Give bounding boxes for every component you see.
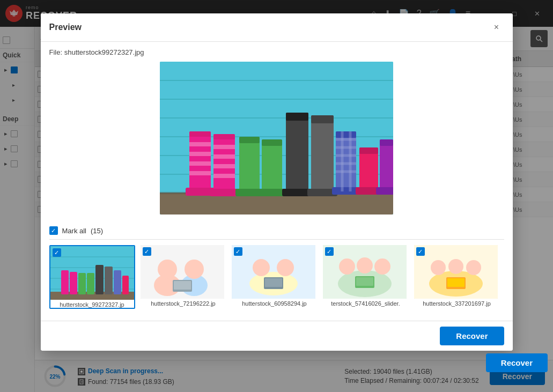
svg-rect-32 xyxy=(213,154,235,159)
thumbnail-item[interactable]: ✓ hutterstock_60958294.jp xyxy=(232,245,318,309)
thumbnail-image: ✓ xyxy=(414,245,498,299)
svg-rect-39 xyxy=(262,139,282,146)
preview-modal: Preview × File: shutterstock99272327.jpg xyxy=(41,13,513,351)
mark-all-count: (15) xyxy=(91,227,103,235)
svg-rect-48 xyxy=(336,131,356,138)
svg-rect-83 xyxy=(174,281,191,290)
svg-rect-24 xyxy=(189,142,211,146)
svg-rect-76 xyxy=(122,276,129,294)
svg-rect-69 xyxy=(61,270,69,294)
svg-rect-38 xyxy=(262,139,282,193)
thumbnail-label: hutterstock_72196222.jp xyxy=(141,300,226,307)
thumbnail-item[interactable]: ✓ hutterstock_72196222.jp xyxy=(141,245,226,309)
svg-rect-27 xyxy=(189,171,211,175)
thumbnail-item[interactable]: ✓ terstock_57416026_slider. xyxy=(323,245,409,309)
svg-rect-26 xyxy=(189,161,211,166)
modal-overlay: Preview × File: shutterstock99272327.jpg xyxy=(0,0,553,392)
thumbnail-label: terstock_57416026_slider. xyxy=(323,300,409,307)
svg-rect-30 xyxy=(210,189,239,196)
svg-rect-45 xyxy=(311,115,334,123)
thumbnail-image: ✓ xyxy=(141,245,224,299)
modal-footer: Recover xyxy=(41,321,513,351)
thumbnail-checkbox[interactable]: ✓ xyxy=(53,248,61,257)
svg-point-93 xyxy=(357,257,373,273)
thumbnail-label: hutterstock_60958294.jp xyxy=(232,300,318,307)
modal-close-button[interactable]: × xyxy=(489,20,504,35)
svg-rect-73 xyxy=(95,265,104,294)
file-label: File: shutterstock99272327.jpg xyxy=(49,48,504,56)
svg-rect-36 xyxy=(239,137,260,143)
mark-all-label: Mark all xyxy=(62,227,87,235)
svg-point-94 xyxy=(374,258,390,275)
svg-rect-72 xyxy=(87,273,94,294)
svg-rect-103 xyxy=(447,278,464,287)
svg-rect-60 xyxy=(380,139,393,191)
thumbnail-item[interactable]: ✓ hutterstock_337201697.jp xyxy=(414,245,500,309)
modal-recover-button[interactable]: Recover xyxy=(440,327,504,345)
recover-bottom-button[interactable]: Recover xyxy=(486,353,548,372)
svg-rect-58 xyxy=(359,147,378,154)
thumbnail-item[interactable]: ✓ xyxy=(49,245,135,309)
svg-rect-22 xyxy=(189,131,211,137)
modal-title: Preview xyxy=(49,23,489,32)
thumbnail-checkbox[interactable]: ✓ xyxy=(416,247,425,256)
thumbnail-checkbox[interactable]: ✓ xyxy=(143,247,151,256)
svg-rect-75 xyxy=(114,270,121,294)
svg-rect-31 xyxy=(213,145,235,149)
thumbnail-checkbox[interactable]: ✓ xyxy=(325,247,334,256)
svg-rect-29 xyxy=(213,134,235,139)
svg-rect-34 xyxy=(213,174,235,178)
svg-rect-74 xyxy=(105,267,113,294)
thumbnails-strip: ✓ xyxy=(49,240,504,314)
svg-point-79 xyxy=(158,260,177,279)
svg-rect-61 xyxy=(380,139,393,146)
svg-rect-96 xyxy=(356,277,373,286)
svg-point-99 xyxy=(431,260,446,275)
svg-rect-44 xyxy=(311,115,334,193)
preview-image xyxy=(160,62,393,215)
svg-rect-62 xyxy=(376,187,393,195)
mark-all-checkbox[interactable]: ✓ xyxy=(49,226,58,235)
svg-rect-33 xyxy=(213,164,235,168)
thumbnail-image: ✓ xyxy=(50,246,134,300)
thumbnail-label: hutterstock_99272327.jp xyxy=(50,301,134,308)
svg-rect-41 xyxy=(286,113,308,193)
thumbnail-image: ✓ xyxy=(232,245,315,299)
svg-rect-25 xyxy=(189,152,211,156)
svg-rect-40 xyxy=(258,189,286,196)
svg-rect-35 xyxy=(239,137,260,193)
thumbnail-label: hutterstock_337201697.jp xyxy=(414,300,500,307)
svg-point-101 xyxy=(466,260,481,275)
svg-point-86 xyxy=(253,259,270,276)
modal-header: Preview × xyxy=(41,13,513,42)
svg-rect-42 xyxy=(286,113,308,121)
svg-rect-71 xyxy=(78,273,86,294)
thumbnail-checkbox[interactable]: ✓ xyxy=(234,247,242,256)
svg-rect-28 xyxy=(213,134,235,193)
svg-rect-57 xyxy=(359,147,378,191)
svg-point-87 xyxy=(277,259,294,276)
svg-point-81 xyxy=(185,260,204,279)
modal-body: File: shutterstock99272327.jpg xyxy=(41,42,513,321)
svg-point-92 xyxy=(339,258,355,275)
thumbnail-image: ✓ xyxy=(323,245,407,299)
svg-rect-70 xyxy=(70,272,77,294)
svg-point-100 xyxy=(448,259,463,274)
mark-all-bar: ✓ Mark all (15) xyxy=(49,222,504,240)
preview-image-container xyxy=(49,62,504,215)
svg-rect-89 xyxy=(265,278,282,287)
